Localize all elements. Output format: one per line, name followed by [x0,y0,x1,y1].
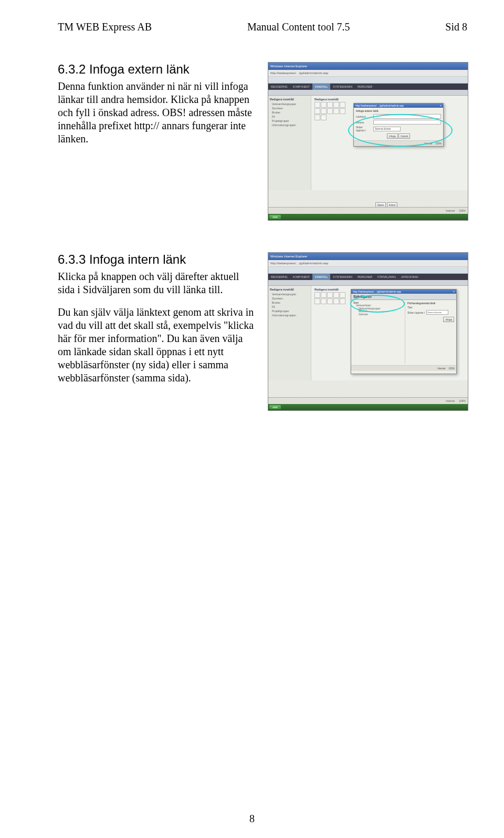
left-sidebar: Redigera innehåll Verksamhetsgrupper Sty… [268,286,311,380]
extern-link-dialog: http://webexpress/…/gd/admin/admin.asp ×… [353,103,444,147]
tab-item: SYSTEMADMIN [330,274,355,280]
section-632: 6.3.2 Infoga extern länk Denna funktion … [58,62,467,221]
tab-item: REDIGERING [268,274,290,280]
open-in-select: Samma fönster [373,127,401,131]
app-subtabs [268,90,468,96]
cancel-button: Cancel [398,133,410,139]
toolbar-icon [333,102,339,108]
field-label: Sidan öppnas i [356,126,372,132]
status-zoom: 100% [459,399,466,402]
heading-632: 6.3.2 Infoga extern länk [58,62,257,77]
toolbar-icon [333,292,339,298]
address-text: http://webexpress/…/gd/admin/admin.asp [270,262,328,265]
editor-main: Redigera innehåll [311,286,468,380]
app-tabs: REDIGERING KOMPONENT INNEHÅLL SYSTEMADMI… [268,274,468,280]
heading-633: 6.3.3 Infoga intern länk [58,252,257,267]
tree-item: Adresser [353,313,403,316]
field-label: Sidan öppnas i [407,311,425,314]
status-zone: Internet [446,209,455,212]
toolbar-icon [321,115,327,120]
toolbar-icon [314,298,320,304]
dialog-address: http://webexpress/…/gd/admin/admin.asp [353,290,401,293]
field-label: Titel [407,306,412,309]
toolbar-icon [314,292,320,298]
sidebar-item: Styrelsen [270,296,309,301]
sidebar-item: Informationsgruppen [270,123,309,127]
tab-item: FÖRSÄLJNING [375,274,398,280]
toolbar-icon [314,102,320,108]
tab-item: PERSONER [355,84,375,90]
sidebar-item: Informationsgruppen [270,313,309,317]
field-label: Länktext [356,115,372,118]
windows-taskbar: start [268,214,468,220]
toolbar-icon [321,102,327,108]
browser-title-text: Windows Internet Explorer [270,255,307,258]
toolbar-icon [314,115,320,120]
tab-item: PERSONER [355,274,375,280]
toolbar-icon [340,298,345,304]
sidebar-item: Styrelsen [270,106,309,110]
insert-button: Infoga [387,133,398,139]
browser-title-bar: Windows Internet Explorer [268,63,468,70]
sidebar-group: Verksamhetsgrupper [270,292,309,296]
browser-toolbar [268,267,468,274]
status-zoom: 100% [448,367,455,370]
app-subtabs [268,280,468,286]
body-633-p1: Klicka på knappen och välj därefter aktu… [58,270,257,296]
browser-title-bar: Windows Internet Explorer [268,253,468,260]
tab-item: REDIGERING [268,84,290,90]
page-header: TM WEB Express AB Manual Content tool 7.… [58,21,467,33]
toolbar-icon [327,102,333,108]
dialog-address: http://webexpress/…/gd/admin/admin.asp [355,104,404,107]
tab-item: KOMPONENT [290,84,312,90]
start-button: start [269,215,281,219]
browser-status-bar: Internet 100% [268,207,468,214]
left-sidebar: Redigera innehåll Verksamhetsgrupper Sty… [268,96,311,190]
sidebar-item: Brottas [270,110,309,115]
sidebar-heading: Redigera innehåll [270,288,309,291]
header-title: Manual Content tool 7.5 [247,21,350,33]
start-button: start [269,405,281,409]
status-zone: Internet [446,399,455,402]
browser-toolbar [268,77,468,84]
toolbar-icon [321,292,327,298]
toolbar-icon [327,298,333,304]
sidebar-heading: Redigera innehåll [270,98,309,101]
sidebar-item: Brottas [270,301,309,305]
address-bar: http://webexpress/…/gd/admin/admin.asp [268,70,468,77]
dialog-title-bar: http://webexpress/…/gd/admin/admin.asp × [354,104,443,108]
sidvaljaren-dialog: http://webexpress/…/gd/admin/admin.asp ×… [351,289,457,374]
sidebar-group: Verksamhetsgrupper [270,102,309,106]
toolbar-icon [314,108,320,114]
section-633: 6.3.3 Infoga intern länk Klicka på knapp… [58,252,467,411]
status-zone: Internet [437,367,445,370]
panel-heading: Förhandsgranska länk [407,302,454,305]
sidebar-item: FA [270,115,309,119]
toolbar-icon [340,292,345,298]
toolbar-icon [333,298,339,304]
status-zoom: 100% [459,209,466,212]
editor-toolbar [314,292,351,304]
toolbar-icon [321,298,327,304]
close-icon: × [453,290,455,293]
address-input [373,120,441,125]
windows-taskbar: start [268,404,468,410]
sidebar-item: Projektgrupper [270,119,309,123]
tab-item-active: INNEHÅLL [312,274,330,280]
field-label: Adress [356,121,372,124]
page-number: 8 [249,813,255,824]
editor-heading: Redigera innehåll [314,98,465,101]
toolbar-icon [327,108,333,114]
tab-item: ANTECKNING [398,274,421,280]
screenshot-intern-link: Windows Internet Explorer http://webexpr… [268,252,468,411]
linktext-input [373,114,441,119]
body-633-p2: Du kan själv välja länktext genom att sk… [58,306,257,385]
toolbar-icon [340,108,345,114]
sidebar-item: FA [270,305,309,309]
toolbar-icon [327,292,333,298]
header-company: TM WEB Express AB [58,21,152,33]
dialog-heading: Sidväljaren [351,294,456,300]
sidebar-item: Projektgrupper [270,309,309,313]
tab-item: KOMPONENT [290,274,312,280]
dialog-heading: Infoga extern länk [356,109,441,112]
